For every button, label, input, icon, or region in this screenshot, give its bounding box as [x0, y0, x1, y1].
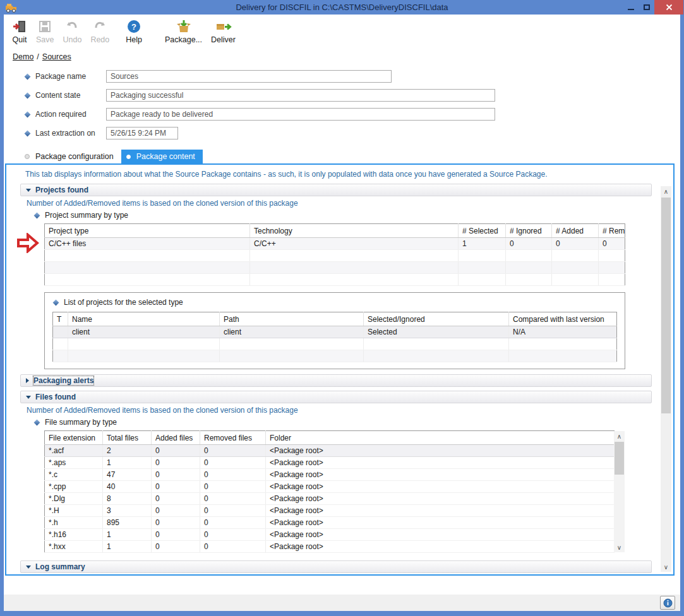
column-header[interactable]: # Ignored [506, 224, 552, 238]
action-required-input[interactable] [106, 108, 495, 121]
scroll-up-icon[interactable]: ∧ [614, 431, 625, 441]
package-button[interactable]: Package... [160, 17, 207, 45]
column-header[interactable]: Compared with last version [509, 312, 617, 326]
column-header[interactable]: Selected/Ignored [364, 312, 509, 326]
package-form: Package name Content state Action requir… [4, 64, 680, 147]
table-row[interactable]: *.h16100<Package root> [45, 529, 615, 541]
package-name-input[interactable] [106, 70, 392, 83]
column-header[interactable]: Added files [152, 431, 200, 445]
diamond-icon [25, 73, 31, 80]
help-button[interactable]: ? Help [121, 17, 147, 45]
delivery-truck-icon [5, 3, 18, 13]
toolbar-label: Deliver [211, 35, 236, 44]
field-label: Last extraction on [35, 129, 106, 138]
table-row[interactable]: clientclientSelectedN/A [53, 326, 617, 338]
column-header[interactable]: Path [220, 312, 364, 326]
field-label: Action required [35, 110, 106, 119]
table-row[interactable]: *.hxx100<Package root> [45, 541, 615, 553]
column-header[interactable]: Total files [103, 431, 152, 445]
section-title: Packaging alerts [33, 376, 93, 385]
field-label: Package name [35, 72, 106, 81]
form-row-last-extraction: Last extraction on [25, 127, 680, 139]
column-header[interactable]: T [53, 312, 68, 326]
table-row[interactable]: *.aps100<Package root> [45, 457, 615, 469]
svg-text:?: ? [131, 22, 136, 32]
window-bottom-border [0, 611, 684, 616]
close-icon [666, 4, 673, 11]
section-title: Log summary [35, 562, 85, 571]
column-header[interactable]: Project type [45, 224, 250, 238]
radio-dot-icon [126, 155, 131, 159]
status-bar [4, 595, 680, 611]
section-header-log-summary[interactable]: Log summary [20, 560, 652, 573]
close-button[interactable] [654, 0, 683, 15]
empty-row [45, 262, 625, 274]
tab-strip: Package configuration Package content [4, 147, 680, 163]
column-header[interactable]: # Selected [459, 224, 506, 238]
projects-list-label: List of projects for the selected type [54, 298, 617, 307]
quit-button[interactable]: Quit [8, 17, 32, 45]
collapse-triangle-icon [26, 189, 31, 192]
file-summary-table[interactable]: File extensionTotal filesAdded filesRemo… [44, 430, 615, 553]
column-header[interactable]: Technology [250, 224, 459, 238]
file-summary-label: File summary by type [35, 418, 652, 427]
quit-door-icon [12, 18, 27, 35]
info-icon [663, 598, 673, 608]
table-row[interactable]: *.acf200<Package root> [45, 445, 615, 457]
info-button[interactable] [660, 596, 675, 610]
expand-triangle-icon [26, 378, 29, 383]
column-header[interactable]: Removed files [200, 431, 266, 445]
table-row[interactable]: *.Dlg800<Package root> [45, 493, 615, 505]
file-table-scrollbar[interactable]: ∧ ∨ [614, 431, 625, 552]
projects-list-table[interactable]: TNamePathSelected/IgnoredCompared with l… [52, 312, 617, 362]
window-body: Quit Save U [0, 15, 684, 611]
scroll-down-icon[interactable]: ∨ [661, 562, 671, 572]
diamond-icon [34, 419, 40, 425]
tab-intro-text: This tab displays information about what… [25, 170, 654, 179]
table-row[interactable]: *.h89500<Package root> [45, 517, 615, 529]
project-summary-table[interactable]: Project typeTechnology# Selected# Ignore… [44, 223, 625, 286]
tab-label: Package configuration [35, 152, 114, 161]
panel-scrollbar[interactable]: ∧ ∨ [661, 186, 671, 572]
toolbar-label: Save [36, 35, 54, 44]
save-floppy-icon [38, 18, 52, 35]
tab-package-configuration[interactable]: Package configuration [20, 150, 121, 163]
scroll-down-icon[interactable]: ∨ [614, 542, 625, 552]
empty-row [45, 274, 625, 286]
column-header[interactable]: # Added [552, 224, 599, 238]
toolbar-label: Redo [90, 35, 109, 44]
tab-package-content[interactable]: Package content [121, 150, 203, 163]
collapse-triangle-icon [26, 396, 31, 399]
minimize-button[interactable] [623, 0, 639, 15]
project-summary-label: Project summary by type [35, 211, 652, 220]
projects-list-box: List of projects for the selected type T… [44, 292, 625, 369]
column-header[interactable]: File extension [45, 431, 103, 445]
column-header[interactable]: Folder [266, 431, 615, 445]
breadcrumb-link-demo[interactable]: Demo [13, 52, 33, 61]
scroll-up-icon[interactable]: ∧ [661, 186, 671, 196]
package-box-icon [176, 18, 191, 35]
table-row[interactable]: *.c4700<Package root> [45, 469, 615, 481]
content-state-input[interactable] [106, 89, 495, 102]
column-header[interactable]: # Removed [599, 224, 625, 238]
section-header-packaging-alerts[interactable]: Packaging alerts [20, 374, 652, 387]
empty-row [45, 250, 625, 262]
deliver-button[interactable]: Deliver [207, 17, 240, 45]
column-header[interactable]: Name [68, 312, 220, 326]
breadcrumb-separator: / [37, 52, 39, 61]
table-row[interactable]: *.cpp4000<Package root> [45, 481, 615, 493]
collapse-triangle-icon [26, 566, 31, 569]
scrollbar-thumb[interactable] [615, 442, 624, 475]
deliver-box-icon [215, 18, 232, 35]
table-row[interactable]: C/C++ filesC/C++1000 [45, 238, 625, 250]
breadcrumb-link-sources[interactable]: Sources [42, 52, 71, 61]
section-header-projects-found[interactable]: Projects found [20, 184, 652, 196]
table-row[interactable]: *.H300<Package root> [45, 505, 615, 517]
scrollbar-thumb[interactable] [661, 198, 671, 413]
section-header-files-found[interactable]: Files found [20, 391, 652, 403]
maximize-button[interactable] [639, 0, 654, 15]
title-bar: Delivery for DISCFIL in C:\CASTMS\Delive… [0, 0, 684, 15]
last-extraction-input[interactable] [106, 127, 178, 139]
diamond-icon [34, 212, 40, 218]
project-summary-table-wrap: Project typeTechnology# Selected# Ignore… [44, 223, 625, 286]
